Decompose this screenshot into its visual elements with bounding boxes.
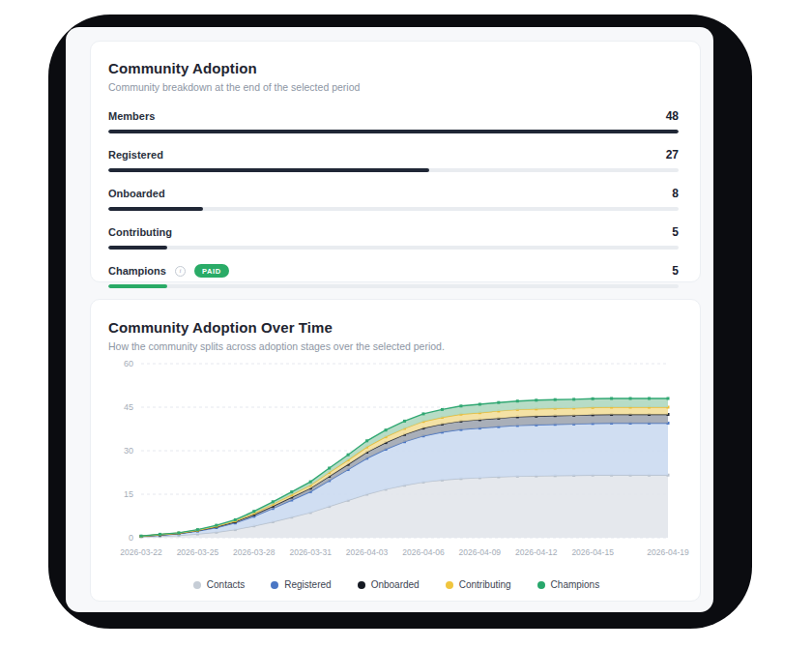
legend-label: Champions <box>551 579 600 590</box>
metric-row-registered: Registered 27 <box>108 148 679 172</box>
metric-value: 5 <box>672 225 679 239</box>
metric-row-contributing: Contributing 5 <box>108 225 679 250</box>
svg-text:2026-04-03: 2026-04-03 <box>346 547 389 557</box>
svg-text:2026-04-12: 2026-04-12 <box>515 547 558 557</box>
svg-text:45: 45 <box>124 402 133 412</box>
svg-text:2026-03-22: 2026-03-22 <box>120 547 162 557</box>
svg-text:2026-03-25: 2026-03-25 <box>177 547 219 557</box>
metric-label: Registered <box>108 149 163 161</box>
progress-fill <box>108 246 167 250</box>
metric-row-champions: Champions i PAID 5 <box>108 264 679 288</box>
champions-dot-icon <box>537 581 545 589</box>
metric-value: 5 <box>672 264 679 278</box>
svg-text:60: 60 <box>124 359 133 368</box>
chart-legend: Contacts Registered Onboarded Contributi… <box>91 579 702 590</box>
progress-fill <box>108 284 167 288</box>
card-title: Community Adoption <box>108 60 679 76</box>
progress-fill <box>108 207 203 211</box>
metric-label: Champions <box>108 265 166 277</box>
progress-track <box>108 246 679 250</box>
contacts-dot-icon <box>193 581 201 589</box>
legend-item-registered[interactable]: Registered <box>271 579 331 590</box>
svg-text:0: 0 <box>129 533 133 543</box>
progress-track <box>108 284 679 288</box>
stacked-area-chart[interactable]: 0153045602026-03-222026-03-252026-03-282… <box>91 356 702 564</box>
legend-item-onboarded[interactable]: Onboarded <box>358 579 420 590</box>
svg-text:2026-04-15: 2026-04-15 <box>571 547 614 557</box>
legend-item-champions[interactable]: Champions <box>537 579 600 590</box>
progress-track <box>108 207 679 211</box>
progress-track <box>108 168 679 172</box>
legend-label: Onboarded <box>371 579 420 590</box>
legend-item-contributing[interactable]: Contributing <box>446 579 511 590</box>
paid-badge: PAID <box>194 264 229 278</box>
svg-text:2026-04-19: 2026-04-19 <box>647 547 689 557</box>
community-adoption-card: Community Adoption Community breakdown a… <box>90 41 701 282</box>
progress-fill <box>108 168 429 172</box>
svg-text:30: 30 <box>124 446 133 456</box>
legend-label: Contacts <box>207 579 245 590</box>
metric-value: 8 <box>672 187 679 200</box>
metric-label: Onboarded <box>108 188 165 199</box>
svg-text:2026-04-09: 2026-04-09 <box>459 547 502 557</box>
onboarded-dot-icon <box>358 581 365 589</box>
legend-label: Registered <box>284 579 331 590</box>
svg-text:2026-04-06: 2026-04-06 <box>402 547 445 557</box>
chart-canvas: 0153045602026-03-222026-03-252026-03-282… <box>91 356 702 564</box>
svg-text:2026-03-28: 2026-03-28 <box>233 547 276 557</box>
metric-list: Members 48 Registered 27 Onboarded 8 <box>108 109 679 288</box>
progress-fill <box>108 130 679 133</box>
metric-row-onboarded: Onboarded 8 <box>108 187 679 211</box>
metric-value: 27 <box>666 148 679 162</box>
page: Community Adoption Community breakdown a… <box>0 0 812 648</box>
legend-label: Contributing <box>459 579 511 590</box>
svg-text:2026-03-31: 2026-03-31 <box>289 547 332 557</box>
progress-track <box>108 130 679 133</box>
card-title: Community Adoption Over Time <box>91 319 700 336</box>
card-subtitle: Community breakdown at the end of the se… <box>108 81 679 93</box>
contributing-dot-icon <box>446 581 453 589</box>
info-icon[interactable]: i <box>175 266 186 277</box>
metric-label: Contributing <box>108 226 172 238</box>
adoption-over-time-card: Community Adoption Over Time How the com… <box>90 299 701 602</box>
legend-item-contacts[interactable]: Contacts <box>193 579 245 590</box>
card-subtitle: How the community splits across adoption… <box>91 340 700 352</box>
registered-dot-icon <box>271 581 278 589</box>
svg-text:15: 15 <box>124 489 133 499</box>
metric-value: 48 <box>666 109 679 123</box>
metric-row-members: Members 48 <box>108 109 679 133</box>
metric-label: Members <box>108 110 155 122</box>
